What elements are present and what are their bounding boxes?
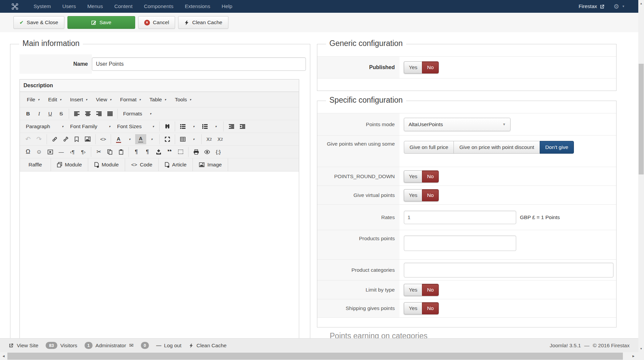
- emoticons-icon[interactable]: ☺: [34, 147, 45, 157]
- copy-icon[interactable]: [104, 147, 115, 157]
- paragraph-dropdown[interactable]: Paragraph▾: [22, 123, 67, 130]
- horizontal-rule-icon[interactable]: —: [56, 147, 67, 157]
- view-site-link[interactable]: View Site: [17, 343, 38, 349]
- shipping-yes-option[interactable]: Yes: [404, 302, 422, 314]
- rates-input[interactable]: [404, 211, 516, 224]
- bold-button[interactable]: B: [22, 109, 34, 119]
- module-stack-button[interactable]: Module: [51, 158, 88, 171]
- font-sizes-dropdown[interactable]: Font Sizes▾: [114, 123, 157, 130]
- scroll-down-arrow[interactable]: ▼: [638, 346, 644, 352]
- shipping-no-option[interactable]: No: [422, 302, 439, 314]
- clean-cache-button[interactable]: Clean Cache: [178, 16, 228, 29]
- subscript-icon[interactable]: X2: [204, 134, 215, 144]
- formats-dropdown[interactable]: Formats▾: [120, 111, 155, 117]
- font-family-dropdown[interactable]: Font Family▾: [67, 123, 114, 130]
- raffle-button[interactable]: Raffle: [20, 158, 51, 171]
- text-color-button[interactable]: A: [113, 134, 124, 144]
- table-icon[interactable]: [177, 134, 188, 144]
- anchor-icon[interactable]: [71, 134, 82, 144]
- menu-components[interactable]: Components: [138, 0, 179, 13]
- undo-icon[interactable]: ↶: [22, 134, 34, 144]
- editor-menu-format[interactable]: Format▾: [116, 95, 145, 105]
- vertical-scroll-thumb[interactable]: [639, 64, 644, 174]
- joomla-logo-icon[interactable]: [11, 3, 18, 10]
- indent-icon[interactable]: [237, 121, 248, 132]
- rtl-icon[interactable]: ¶›: [78, 147, 89, 157]
- give-full-price-button[interactable]: Give on full price: [404, 141, 454, 154]
- blockquote-icon[interactable]: “: [164, 150, 175, 154]
- products-points-input[interactable]: [404, 236, 516, 251]
- messages-icon[interactable]: ✉: [129, 342, 133, 349]
- fullscreen-icon[interactable]: [162, 134, 173, 144]
- points-mode-select[interactable]: AltaUserPoints ▼: [404, 118, 511, 131]
- save-close-button[interactable]: ✔ Save & Close: [13, 16, 64, 29]
- editor-menu-insert[interactable]: Insert▾: [66, 95, 92, 105]
- cancel-button[interactable]: × Cancel: [138, 16, 175, 29]
- footer-clean-cache-link[interactable]: Clean Cache: [197, 343, 227, 349]
- scroll-up-arrow[interactable]: ▲: [638, 1, 644, 6]
- preview-icon[interactable]: [202, 147, 213, 157]
- media-icon[interactable]: [45, 147, 56, 157]
- logout-link[interactable]: Log out: [164, 343, 181, 349]
- round-down-no-option[interactable]: No: [422, 170, 439, 183]
- print-icon[interactable]: [191, 147, 202, 157]
- code-insert-button[interactable]: <> Code: [125, 158, 159, 171]
- superscript-icon[interactable]: X2: [215, 134, 226, 144]
- paste-icon[interactable]: [115, 147, 126, 157]
- round-down-yes-option[interactable]: Yes: [404, 170, 422, 183]
- numbered-list-caret[interactable]: ▾: [210, 121, 221, 132]
- visitors-label[interactable]: Visitors: [60, 343, 77, 349]
- limit-yes-option[interactable]: Yes: [404, 284, 422, 296]
- site-preview-link[interactable]: Firestax: [579, 3, 605, 9]
- unlink-icon[interactable]: [60, 134, 71, 144]
- give-discount-price-button[interactable]: Give on price with point discount: [453, 141, 540, 154]
- scroll-left-arrow[interactable]: ◀: [1, 352, 6, 360]
- menu-system[interactable]: System: [28, 0, 57, 13]
- settings-dropdown[interactable]: ⚙ ▼: [613, 3, 625, 10]
- editor-menu-edit[interactable]: Edit▾: [44, 95, 66, 105]
- cut-icon[interactable]: ✂: [93, 147, 104, 157]
- published-no-option[interactable]: No: [422, 61, 439, 73]
- dont-give-button[interactable]: Don't give: [540, 141, 574, 154]
- horizontal-scroll-thumb[interactable]: [7, 353, 623, 360]
- highlight-color-button[interactable]: A: [135, 134, 146, 144]
- code-icon[interactable]: <>: [98, 134, 109, 144]
- align-center-icon[interactable]: [82, 109, 93, 119]
- link-icon[interactable]: [49, 134, 60, 144]
- italic-button[interactable]: I: [34, 109, 45, 119]
- insert-image-icon[interactable]: [82, 134, 93, 144]
- vertical-scrollbar[interactable]: ▲ ▼: [638, 0, 644, 352]
- bullet-list-icon[interactable]: [177, 121, 188, 132]
- module-page-button[interactable]: Module: [88, 158, 125, 171]
- editor-content-area[interactable]: [20, 171, 299, 341]
- horizontal-scrollbar[interactable]: ◀ ▶: [0, 352, 638, 360]
- strikethrough-button[interactable]: S: [56, 109, 67, 119]
- article-button[interactable]: Article: [159, 158, 193, 171]
- outdent-icon[interactable]: [226, 121, 237, 132]
- menu-content[interactable]: Content: [109, 0, 138, 13]
- virtual-yes-option[interactable]: Yes: [404, 189, 422, 201]
- editor-menu-view[interactable]: View▾: [92, 95, 116, 105]
- menu-menus[interactable]: Menus: [82, 0, 109, 13]
- administrator-label[interactable]: Administrator: [96, 343, 126, 349]
- ltr-icon[interactable]: ‹¶: [67, 147, 78, 157]
- search-replace-icon[interactable]: [162, 121, 173, 132]
- page-break-icon[interactable]: [153, 147, 164, 157]
- align-right-icon[interactable]: [93, 109, 104, 119]
- table-caret[interactable]: ▾: [188, 134, 199, 144]
- name-input[interactable]: [92, 57, 306, 71]
- editor-menu-tools[interactable]: Tools▾: [170, 95, 196, 105]
- menu-extensions[interactable]: Extensions: [179, 0, 216, 13]
- product-categories-input[interactable]: [404, 263, 613, 277]
- align-left-icon[interactable]: [71, 109, 82, 119]
- underline-button[interactable]: U: [45, 109, 56, 119]
- source-code-icon[interactable]: {;}: [213, 147, 224, 157]
- align-justify-icon[interactable]: [104, 109, 115, 119]
- virtual-no-option[interactable]: No: [422, 189, 439, 201]
- save-button[interactable]: Save: [67, 16, 135, 29]
- paragraph-mark-icon[interactable]: ¶: [131, 147, 142, 157]
- limit-no-option[interactable]: No: [422, 284, 439, 296]
- numbered-list-icon[interactable]: [199, 121, 210, 132]
- highlight-color-caret[interactable]: ▾: [146, 134, 157, 144]
- template-icon[interactable]: [175, 147, 186, 157]
